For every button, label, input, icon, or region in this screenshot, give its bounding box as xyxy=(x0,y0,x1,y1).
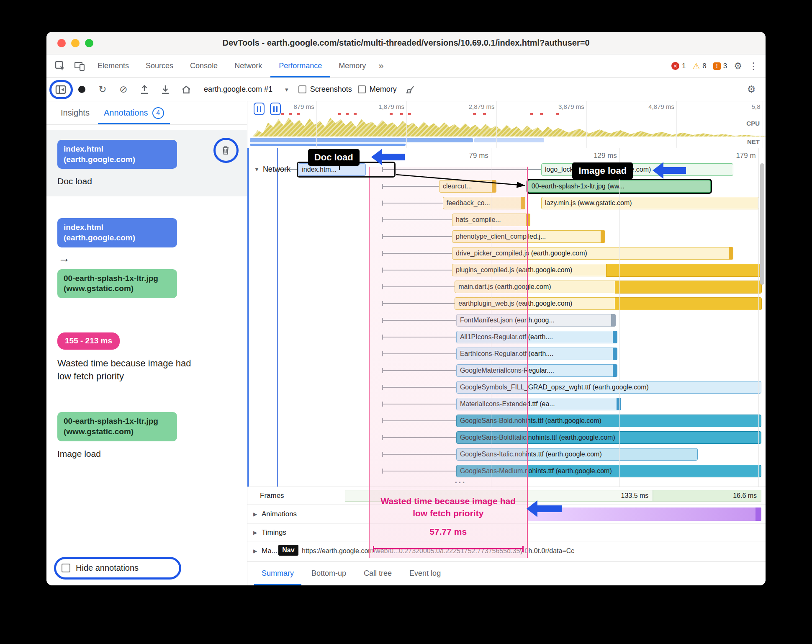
network-request-bar[interactable]: GoogleSymbols_FILL_GRAD_opsz_wght.ttf (e… xyxy=(456,381,761,394)
tab-annotations[interactable]: Annotations 4 xyxy=(98,101,170,124)
long-task-marker xyxy=(390,113,393,115)
waterfall-scrollbar[interactable] xyxy=(760,163,764,285)
tab-elements[interactable]: Elements xyxy=(89,54,137,77)
toggle-sidebar-button[interactable] xyxy=(53,82,68,97)
more-tabs-icon[interactable]: » xyxy=(374,54,388,77)
screenshots-checkbox[interactable]: Screenshots xyxy=(298,85,352,94)
minimize-button[interactable] xyxy=(71,39,80,47)
network-track-toggle[interactable]: ▼ Network xyxy=(254,165,290,174)
network-request-bar[interactable]: clearcut... xyxy=(439,180,496,193)
network-request-bar[interactable]: feedback_co... xyxy=(443,197,525,209)
network-waterfall[interactable]: 79 ms129 ms179 m ▼ Network index.htm...l… xyxy=(247,148,766,487)
tab-insights[interactable]: Insights xyxy=(55,101,95,124)
request-whisker xyxy=(382,370,456,371)
network-request-bar[interactable]: EarthIcons-Regular.otf (earth.... xyxy=(456,348,617,360)
frame-duration-bar[interactable]: 133.5 ms xyxy=(345,490,653,502)
close-button[interactable] xyxy=(57,39,66,47)
timeline-minimap[interactable]: 879 ms1,879 ms2,879 ms3,879 ms4,879 ms5,… xyxy=(247,101,766,148)
tab-console[interactable]: Console xyxy=(182,54,226,77)
issues-badge[interactable]: !3 xyxy=(713,62,727,70)
annotation-entry-time-range[interactable]: 155 - 213 ms Wasted time because image h… xyxy=(46,322,247,393)
network-request-bar[interactable]: GoogleSans-BoldItalic.nohints.ttf (earth… xyxy=(456,431,761,444)
link-arrow-icon: → xyxy=(58,252,236,265)
request-label: earthplugin_web.js (earth.google.com) xyxy=(458,300,572,307)
annotation-entry-image-load[interactable]: 00-earth-splash-1x-ltr.jpg (www.gstatic.… xyxy=(46,402,247,469)
timings-track[interactable]: ▶ Timings xyxy=(247,524,766,541)
performance-main-panel: 879 ms1,879 ms2,879 ms3,879 ms4,879 ms5,… xyxy=(247,101,766,585)
network-request-bar[interactable]: phenotype_client_compiled.j... xyxy=(452,230,605,243)
hide-annotations-control[interactable]: Hide annotations xyxy=(62,563,247,573)
network-request-bar[interactable]: plugins_compiled.js (earth.google.com) xyxy=(452,264,761,276)
network-request-bar[interactable]: lazy.min.js (www.gstatic.com) xyxy=(541,197,759,209)
frame-duration-bar[interactable]: 16.6 ms xyxy=(653,490,761,502)
issues-count: 3 xyxy=(723,62,727,70)
annotation-label-doc-load: Doc load xyxy=(57,176,236,186)
long-task-marker xyxy=(297,113,300,115)
network-request-bar[interactable]: main.dart.js (earth.google.com) xyxy=(455,281,761,293)
details-tab-call-tree[interactable]: Call tree xyxy=(356,562,399,585)
annotation-entry-link[interactable]: index.html (earth.google.com) → 00-earth… xyxy=(46,208,247,308)
animation-bar[interactable] xyxy=(528,507,761,521)
details-tab-summary[interactable]: Summary xyxy=(254,562,301,585)
record-button[interactable] xyxy=(74,82,89,97)
request-label: phenotype_client_compiled.j... xyxy=(456,233,546,240)
network-request-bar[interactable]: MaterialIcons-Extended.ttf (ea... xyxy=(456,398,621,410)
tab-performance[interactable]: Performance xyxy=(270,54,330,77)
reload-and-record-button[interactable]: ↻ xyxy=(95,82,110,97)
details-tab-event-log[interactable]: Event log xyxy=(402,562,448,585)
timings-expander-icon[interactable]: ▶ xyxy=(253,530,257,536)
network-request-bar[interactable]: All1PIcons-Regular.otf (earth.... xyxy=(456,331,617,343)
annotation-chip-splash-image[interactable]: 00-earth-splash-1x-ltr.jpg (www.gstatic.… xyxy=(57,412,177,441)
collect-garbage-button[interactable] xyxy=(403,82,418,97)
upload-profile-button[interactable] xyxy=(137,82,152,97)
memory-checkbox[interactable]: Memory xyxy=(358,85,397,94)
network-request-bar[interactable]: GoogleMaterialIcons-Regular.... xyxy=(456,364,617,377)
doc-load-arrow-icon xyxy=(382,154,405,160)
network-request-bar[interactable]: FontManifest.json (earth.goog... xyxy=(456,314,616,327)
network-request-bar[interactable]: drive_picker_compiled.js (earth.google.c… xyxy=(452,247,733,260)
capture-settings-gear-icon[interactable]: ⚙ xyxy=(744,82,759,97)
network-request-bar[interactable]: logo_lockup.svg (earth.google.com) xyxy=(541,163,733,176)
main-thread-track[interactable]: ▶ Ma... Nav https://earth.google.com/web… xyxy=(247,541,766,561)
window-range-left-handle[interactable] xyxy=(254,103,265,115)
tab-network[interactable]: Network xyxy=(226,54,270,77)
main-expander-icon[interactable]: ▶ xyxy=(253,548,257,554)
device-toolbar-icon[interactable] xyxy=(70,54,89,77)
home-icon[interactable] xyxy=(179,82,194,97)
network-request-bar[interactable]: earthplugin_web.js (earth.google.com) xyxy=(455,297,761,310)
settings-gear-icon[interactable]: ⚙ xyxy=(734,61,742,72)
window-range-right-handle[interactable] xyxy=(270,103,281,115)
tab-sources[interactable]: Sources xyxy=(137,54,182,77)
annotation-entry-doc-load[interactable]: index.html (earth.google.com) Doc load xyxy=(46,130,247,196)
network-request-bar[interactable]: GoogleSans-Bold.nohints.ttf (earth.googl… xyxy=(456,415,761,427)
kebab-menu-icon[interactable]: ⋮ xyxy=(749,61,758,72)
annotation-chip-index-html[interactable]: index.html (earth.google.com) xyxy=(57,140,177,169)
request-end-cap xyxy=(521,197,525,209)
annotation-chip-link-to[interactable]: 00-earth-splash-1x-ltr.jpg (www.gstatic.… xyxy=(57,269,177,298)
animations-track[interactable]: ▶ Animations xyxy=(247,505,766,524)
inspect-element-icon[interactable] xyxy=(51,54,70,77)
waterfall-left-marker xyxy=(247,148,249,487)
hide-annotations-checkbox[interactable] xyxy=(62,564,70,572)
annotation-chip-link-from[interactable]: index.html (earth.google.com) xyxy=(57,218,177,247)
details-tab-bottom-up[interactable]: Bottom-up xyxy=(304,562,354,585)
network-request-bar[interactable]: GoogleSans-Italic.nohints.ttf (earth.goo… xyxy=(456,448,698,461)
delete-annotation-button[interactable] xyxy=(219,144,232,157)
animations-expander-icon[interactable]: ▶ xyxy=(253,511,257,517)
long-task-marker xyxy=(354,113,357,115)
long-task-marker xyxy=(556,113,559,115)
network-request-bar[interactable]: GoogleSans-Medium.nohints.ttf (earth.goo… xyxy=(456,465,761,477)
clear-button[interactable]: ⊘ xyxy=(116,82,131,97)
cpu-band-label: CPU xyxy=(744,119,762,128)
warning-badge[interactable]: ⚠8 xyxy=(692,61,706,71)
request-label: GoogleSymbols_FILL_GRAD_opsz_wght.ttf (e… xyxy=(460,384,649,391)
frames-track[interactable]: Frames 133.5 ms16.6 ms xyxy=(247,487,766,505)
zoom-button[interactable] xyxy=(85,39,93,47)
tab-memory[interactable]: Memory xyxy=(330,54,374,77)
download-profile-button[interactable] xyxy=(158,82,173,97)
memory-label: Memory xyxy=(370,85,397,94)
profile-select[interactable]: earth.google.com #1 ▾ xyxy=(200,85,293,94)
annotation-chip-time-range[interactable]: 155 - 213 ms xyxy=(57,332,120,350)
request-end-cap xyxy=(611,314,616,327)
error-badge[interactable]: ✕1 xyxy=(671,62,686,70)
